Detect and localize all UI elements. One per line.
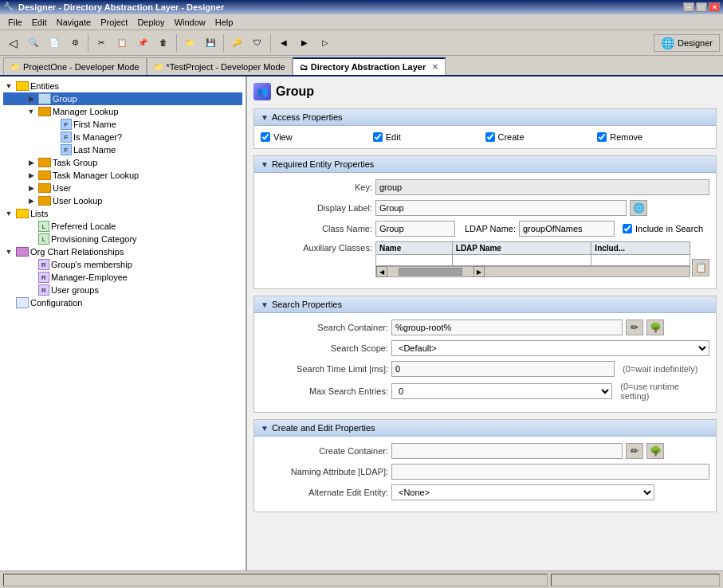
toolbar-item2[interactable]: 🔍 [24,33,43,53]
expand-user[interactable]: ▶ [26,182,37,194]
search-container-browse-btn[interactable]: 🌳 [646,319,664,335]
toolbar-item4[interactable]: ⚙ [65,33,84,53]
expand-group[interactable]: ▶ [26,93,37,104]
tree-item-lists[interactable]: ▼ Lists [3,207,242,220]
input-key[interactable] [375,179,709,195]
tab-dal-icon: 🗂 [300,63,308,72]
tree-item-task-group[interactable]: ▶ Task Group [3,156,242,169]
create-edit-icon: ✏ [631,445,639,457]
input-create-container[interactable] [391,443,623,459]
tree-item-last-name[interactable]: ▶ F Last Name [3,143,242,156]
tree-item-first-name[interactable]: ▶ F First Name [3,118,242,131]
input-ldap-name[interactable] [519,221,615,237]
toolbar-item13[interactable]: ▶ [295,33,314,53]
minimize-button[interactable]: ─ [683,2,694,12]
toolbar-item3[interactable]: 📄 [45,33,64,53]
select-search-scope[interactable]: <Default> One Level Subtree [391,340,709,356]
toolbar-item10[interactable]: 🔑 [227,33,246,53]
expand-user-lookup[interactable]: ▶ [26,195,37,206]
tree-item-user-lookup[interactable]: ▶ User Lookup [3,194,242,207]
checkbox-edit[interactable] [373,132,383,142]
tree-item-is-manager[interactable]: ▶ F Is Manager? [3,131,242,143]
input-search-time[interactable] [391,361,615,377]
designer-button[interactable]: 🌐 Designer [654,34,720,52]
toolbar-item14[interactable]: ▷ [316,33,335,53]
toolbar-item12[interactable]: ◀ [274,33,293,53]
scroll-right-arrow[interactable]: ▶ [473,266,485,277]
checkbox-view[interactable] [261,132,270,142]
row-auxiliary-classes: Auxiliary Classes: Name LDAP Name Incl [261,241,709,277]
first-name-icon: F [61,119,72,130]
toolbar-item9[interactable]: 💾 [201,33,220,53]
input-naming-attribute[interactable] [391,464,709,480]
tab-dal[interactable]: 🗂 Directory Abstraction Layer ✕ [293,57,446,75]
tree-item-org-chart[interactable]: ▼ Org Chart Relationships [3,245,242,258]
tab-testproject[interactable]: 📁 *TestProject - Developer Mode [147,57,293,75]
tree-item-user[interactable]: ▶ User [3,182,242,194]
label-create-container: Create Container: [261,446,388,456]
expand-org-chart[interactable]: ▼ [3,246,14,257]
menu-navigate[interactable]: Navigate [52,16,96,29]
expand-task-group[interactable]: ▶ [26,157,37,168]
toolbar-back[interactable]: ◁ [3,33,22,53]
toolbar-delete[interactable]: 🗑 [154,33,173,53]
tree-item-user-groups[interactable]: ▶ R User groups [3,284,242,296]
org-chart-label: Org Chart Relationships [30,247,124,257]
checkbox-create[interactable] [485,132,495,142]
tree-item-group[interactable]: ▶ Group [3,92,242,105]
select-alternate-edit[interactable]: <None> [391,484,654,500]
display-label-browse-btn[interactable]: 🌐 [630,200,647,216]
tree-item-manager-lookup[interactable]: ▼ Manager Lookup [3,105,242,118]
tree-item-preferred-locale[interactable]: ▶ L Preferred Locale [3,220,242,233]
section-required-header[interactable]: ▼ Required Entity Properties [254,156,716,173]
tree-item-groups-membership[interactable]: ▶ R Group's membership [3,258,242,271]
section-create-edit-header[interactable]: ▼ Create and Edit Properties [254,420,716,437]
expand-manager-lookup[interactable]: ▼ [26,106,37,117]
menu-file[interactable]: File [3,16,27,29]
aux-scrollbar-h[interactable]: ◀ ▶ [375,266,690,277]
toolbar-copy[interactable]: 📋 [112,33,132,53]
maximize-button[interactable]: □ [696,2,707,12]
input-class-name[interactable] [375,221,455,237]
close-button[interactable]: ✕ [709,2,720,12]
select-max-search[interactable]: 0 [391,383,612,399]
toolbar-item11[interactable]: 🛡 [248,33,267,53]
menu-edit[interactable]: Edit [27,16,52,29]
section-search-arrow: ▼ [261,300,269,309]
expand-entities[interactable]: ▼ [3,80,14,92]
input-search-container[interactable] [391,319,623,335]
menu-project[interactable]: Project [96,16,132,29]
toolbar-cut[interactable]: ✂ [92,33,111,53]
expand-lists[interactable]: ▼ [3,208,14,219]
expand-task-manager-lookup[interactable]: ▶ [26,170,37,181]
hint-search-time: (0=wait indefinitely) [623,364,697,374]
checkbox-remove[interactable] [597,132,607,142]
tree-item-manager-employee[interactable]: ▶ R Manager-Employee [3,271,242,284]
create-container-edit-btn[interactable]: ✏ [626,443,643,459]
toolbar-paste[interactable]: 📌 [133,33,152,53]
create-container-browse-btn[interactable]: 🌳 [646,443,664,459]
search-container-edit-btn[interactable]: ✏ [626,319,643,335]
tree-item-task-manager-lookup[interactable]: ▶ Task Manager Lookup [3,169,242,182]
toolbar-sep3 [223,34,224,52]
section-search-header[interactable]: ▼ Search Properties [254,296,716,313]
access-remove: Remove [597,132,709,142]
menu-window[interactable]: Window [170,16,210,29]
hint-max-search: (0=use runtime setting) [620,382,709,401]
section-access-header[interactable]: ▼ Access Properties [254,109,716,126]
checkbox-include-search[interactable] [623,224,632,233]
tab-projectone[interactable]: 📁 ProjectOne - Developer Mode [3,57,147,75]
toolbar-item8[interactable]: 📁 [180,33,199,53]
tree-item-provisioning-category[interactable]: ▶ L Provisioning Category [3,233,242,245]
section-access-arrow: ▼ [261,113,269,122]
label-class-name: Class Name: [261,224,372,233]
menu-help[interactable]: Help [210,16,238,29]
aux-add-btn[interactable]: 📋 [692,259,709,276]
tree-item-entities[interactable]: ▼ Entities [3,80,242,92]
input-display-label[interactable] [375,200,627,216]
tab-dal-close[interactable]: ✕ [432,63,438,71]
scroll-left-arrow[interactable]: ◀ [376,266,387,277]
tree-item-configuration[interactable]: ▶ Configuration [3,296,242,309]
scroll-thumb-h[interactable] [399,268,462,276]
menu-deploy[interactable]: Deploy [132,16,169,29]
